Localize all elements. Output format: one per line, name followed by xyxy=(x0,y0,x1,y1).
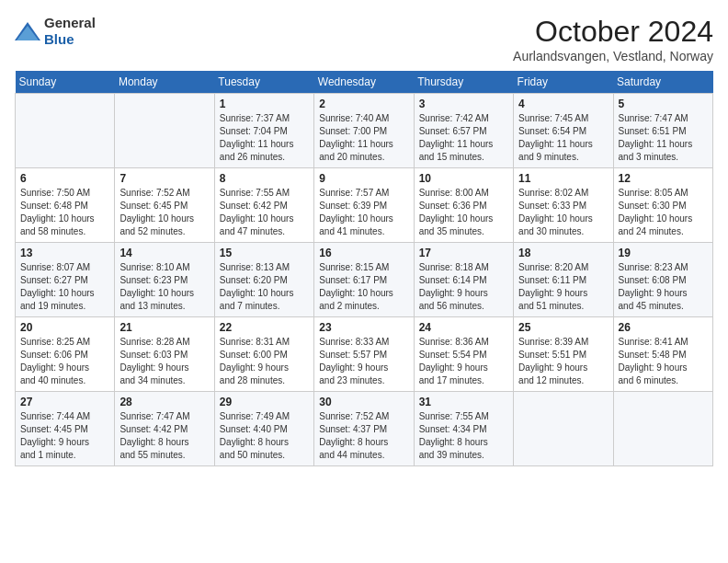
day-detail: Sunrise: 7:44 AMSunset: 4:45 PMDaylight:… xyxy=(20,410,109,462)
calendar-cell: 7Sunrise: 7:52 AMSunset: 6:45 PMDaylight… xyxy=(115,168,214,243)
calendar-cell: 24Sunrise: 8:36 AMSunset: 5:54 PMDayligh… xyxy=(414,317,513,392)
day-number: 20 xyxy=(20,321,109,334)
page-title: October 2024 xyxy=(513,15,713,49)
day-detail: Sunrise: 8:31 AMSunset: 6:00 PMDaylight:… xyxy=(220,336,309,387)
calendar-cell: 19Sunrise: 8:23 AMSunset: 6:08 PMDayligh… xyxy=(613,243,712,317)
day-detail: Sunrise: 7:42 AMSunset: 6:57 PMDaylight:… xyxy=(419,112,508,164)
calendar-cell: 3Sunrise: 7:42 AMSunset: 6:57 PMDaylight… xyxy=(414,94,513,168)
calendar-week-row: 20Sunrise: 8:25 AMSunset: 6:06 PMDayligh… xyxy=(16,317,713,392)
calendar-cell: 10Sunrise: 8:00 AMSunset: 6:36 PMDayligh… xyxy=(414,168,513,243)
calendar-week-row: 6Sunrise: 7:50 AMSunset: 6:48 PMDaylight… xyxy=(16,168,713,243)
day-detail: Sunrise: 7:49 AMSunset: 4:40 PMDaylight:… xyxy=(220,410,309,462)
day-number: 12 xyxy=(619,172,708,185)
day-number: 11 xyxy=(518,172,608,185)
day-number: 10 xyxy=(419,172,508,185)
day-detail: Sunrise: 8:23 AMSunset: 6:08 PMDaylight:… xyxy=(619,261,708,313)
calendar-cell xyxy=(514,392,613,466)
calendar-cell xyxy=(115,94,214,168)
day-detail: Sunrise: 8:41 AMSunset: 5:48 PMDaylight:… xyxy=(619,336,708,387)
day-detail: Sunrise: 8:07 AMSunset: 6:27 PMDaylight:… xyxy=(20,261,109,313)
calendar-cell: 6Sunrise: 7:50 AMSunset: 6:48 PMDaylight… xyxy=(16,168,115,243)
day-number: 5 xyxy=(619,98,708,110)
calendar-cell: 4Sunrise: 7:45 AMSunset: 6:54 PMDaylight… xyxy=(514,94,613,168)
day-detail: Sunrise: 8:20 AMSunset: 6:11 PMDaylight:… xyxy=(518,261,608,313)
day-number: 22 xyxy=(220,321,309,334)
calendar-cell: 1Sunrise: 7:37 AMSunset: 7:04 PMDaylight… xyxy=(214,94,313,168)
day-detail: Sunrise: 8:39 AMSunset: 5:51 PMDaylight:… xyxy=(518,336,608,387)
day-detail: Sunrise: 8:15 AMSunset: 6:17 PMDaylight:… xyxy=(319,261,408,313)
day-detail: Sunrise: 7:47 AMSunset: 4:42 PMDaylight:… xyxy=(119,410,209,462)
day-number: 17 xyxy=(419,247,508,259)
calendar-table: SundayMondayTuesdayWednesdayThursdayFrid… xyxy=(15,71,713,466)
calendar-cell: 21Sunrise: 8:28 AMSunset: 6:03 PMDayligh… xyxy=(115,317,214,392)
day-detail: Sunrise: 8:00 AMSunset: 6:36 PMDaylight:… xyxy=(419,187,508,238)
day-detail: Sunrise: 8:36 AMSunset: 5:54 PMDaylight:… xyxy=(419,336,508,387)
day-of-week-header: Monday xyxy=(115,71,214,94)
calendar-cell: 8Sunrise: 7:55 AMSunset: 6:42 PMDaylight… xyxy=(214,168,313,243)
day-number: 15 xyxy=(220,247,309,259)
day-detail: Sunrise: 8:33 AMSunset: 5:57 PMDaylight:… xyxy=(319,336,408,387)
logo-blue-text: Blue xyxy=(44,31,74,47)
day-detail: Sunrise: 7:40 AMSunset: 7:00 PMDaylight:… xyxy=(319,112,408,164)
day-detail: Sunrise: 7:55 AMSunset: 4:34 PMDaylight:… xyxy=(419,410,508,462)
day-number: 23 xyxy=(319,321,408,334)
day-number: 6 xyxy=(20,172,109,185)
day-number: 1 xyxy=(220,98,309,110)
title-block: October 2024 Aurlandsvangen, Vestland, N… xyxy=(513,15,713,63)
calendar-header-row: SundayMondayTuesdayWednesdayThursdayFrid… xyxy=(16,71,713,94)
calendar-cell xyxy=(613,392,712,466)
calendar-cell: 16Sunrise: 8:15 AMSunset: 6:17 PMDayligh… xyxy=(314,243,414,317)
calendar-cell: 26Sunrise: 8:41 AMSunset: 5:48 PMDayligh… xyxy=(613,317,712,392)
day-number: 18 xyxy=(518,247,608,259)
calendar-cell: 14Sunrise: 8:10 AMSunset: 6:23 PMDayligh… xyxy=(115,243,214,317)
calendar-cell: 9Sunrise: 7:57 AMSunset: 6:39 PMDaylight… xyxy=(314,168,414,243)
calendar-cell: 30Sunrise: 7:52 AMSunset: 4:37 PMDayligh… xyxy=(314,392,414,466)
day-detail: Sunrise: 7:52 AMSunset: 4:37 PMDaylight:… xyxy=(319,410,408,462)
day-detail: Sunrise: 7:47 AMSunset: 6:51 PMDaylight:… xyxy=(619,112,708,164)
day-detail: Sunrise: 7:57 AMSunset: 6:39 PMDaylight:… xyxy=(319,187,408,238)
day-detail: Sunrise: 7:50 AMSunset: 6:48 PMDaylight:… xyxy=(20,187,109,238)
day-number: 2 xyxy=(319,98,408,110)
day-detail: Sunrise: 8:18 AMSunset: 6:14 PMDaylight:… xyxy=(419,261,508,313)
calendar-cell: 2Sunrise: 7:40 AMSunset: 7:00 PMDaylight… xyxy=(314,94,414,168)
calendar-cell: 11Sunrise: 8:02 AMSunset: 6:33 PMDayligh… xyxy=(514,168,613,243)
calendar-cell: 22Sunrise: 8:31 AMSunset: 6:00 PMDayligh… xyxy=(214,317,313,392)
day-detail: Sunrise: 8:28 AMSunset: 6:03 PMDaylight:… xyxy=(119,336,209,387)
day-detail: Sunrise: 8:25 AMSunset: 6:06 PMDaylight:… xyxy=(20,336,109,387)
calendar-cell: 5Sunrise: 7:47 AMSunset: 6:51 PMDaylight… xyxy=(613,94,712,168)
day-of-week-header: Tuesday xyxy=(214,71,313,94)
day-number: 28 xyxy=(119,396,209,408)
day-of-week-header: Sunday xyxy=(16,71,115,94)
calendar-week-row: 13Sunrise: 8:07 AMSunset: 6:27 PMDayligh… xyxy=(16,243,713,317)
calendar-cell: 17Sunrise: 8:18 AMSunset: 6:14 PMDayligh… xyxy=(414,243,513,317)
day-detail: Sunrise: 8:10 AMSunset: 6:23 PMDaylight:… xyxy=(119,261,209,313)
logo-icon xyxy=(15,22,40,40)
logo-general-text: General xyxy=(44,15,96,30)
day-number: 31 xyxy=(419,396,508,408)
day-number: 3 xyxy=(419,98,508,110)
calendar-cell: 29Sunrise: 7:49 AMSunset: 4:40 PMDayligh… xyxy=(214,392,313,466)
day-of-week-header: Saturday xyxy=(613,71,712,94)
day-number: 27 xyxy=(20,396,109,408)
calendar-cell: 12Sunrise: 8:05 AMSunset: 6:30 PMDayligh… xyxy=(613,168,712,243)
day-number: 14 xyxy=(119,247,209,259)
page-subtitle: Aurlandsvangen, Vestland, Norway xyxy=(513,49,713,63)
day-of-week-header: Friday xyxy=(514,71,613,94)
day-number: 25 xyxy=(518,321,608,334)
calendar-cell xyxy=(16,94,115,168)
day-number: 7 xyxy=(119,172,209,185)
day-of-week-header: Wednesday xyxy=(314,71,414,94)
logo: General Blue xyxy=(15,15,96,48)
day-detail: Sunrise: 8:13 AMSunset: 6:20 PMDaylight:… xyxy=(220,261,309,313)
calendar-cell: 18Sunrise: 8:20 AMSunset: 6:11 PMDayligh… xyxy=(514,243,613,317)
day-of-week-header: Thursday xyxy=(414,71,513,94)
calendar-cell: 25Sunrise: 8:39 AMSunset: 5:51 PMDayligh… xyxy=(514,317,613,392)
calendar-cell: 31Sunrise: 7:55 AMSunset: 4:34 PMDayligh… xyxy=(414,392,513,466)
page-header: General Blue October 2024 Aurlandsvangen… xyxy=(15,15,713,63)
calendar-cell: 15Sunrise: 8:13 AMSunset: 6:20 PMDayligh… xyxy=(214,243,313,317)
day-number: 9 xyxy=(319,172,408,185)
day-detail: Sunrise: 7:45 AMSunset: 6:54 PMDaylight:… xyxy=(518,112,608,164)
day-number: 13 xyxy=(20,247,109,259)
calendar-week-row: 1Sunrise: 7:37 AMSunset: 7:04 PMDaylight… xyxy=(16,94,713,168)
calendar-cell: 20Sunrise: 8:25 AMSunset: 6:06 PMDayligh… xyxy=(16,317,115,392)
